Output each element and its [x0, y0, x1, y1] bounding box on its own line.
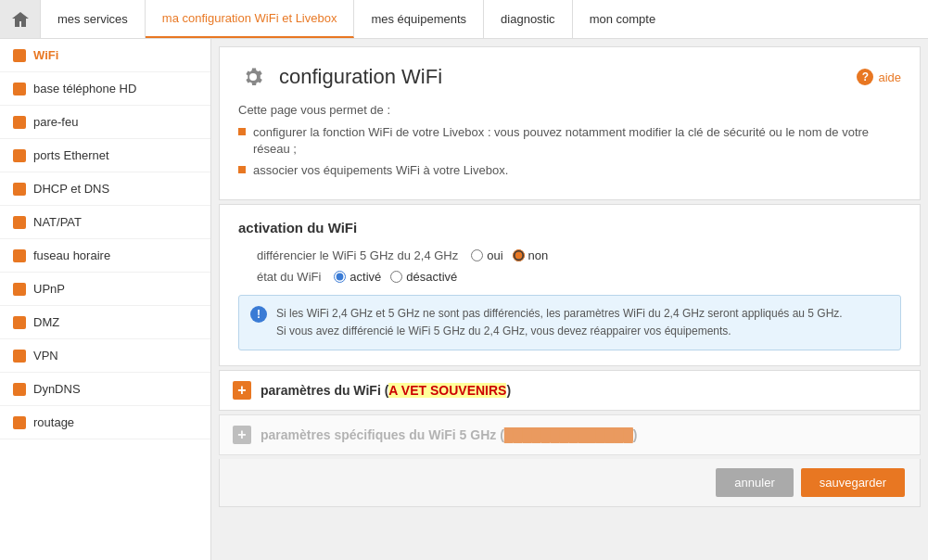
- sidebar-bullet-dyndns: [13, 383, 26, 396]
- main-content: configuration WiFi ? aide Cette page vou…: [211, 39, 928, 560]
- radio-non[interactable]: [513, 249, 525, 261]
- page-title-left: configuration WiFi: [238, 62, 442, 92]
- sidebar-bullet-fuseau: [13, 249, 26, 262]
- params-wifi-highlight: A VET SOUVENIRS: [388, 383, 506, 398]
- sidebar-item-pare-feu[interactable]: pare-feu: [0, 106, 210, 139]
- gear-icon: [238, 62, 268, 92]
- differencer-radio-group: oui non: [471, 248, 548, 262]
- differencer-label: différencier le WiFi 5 GHz du 2,4 GHz: [257, 248, 458, 262]
- sidebar-item-routage[interactable]: routage: [0, 406, 210, 439]
- save-button[interactable]: sauvegarder: [801, 468, 905, 497]
- cancel-button[interactable]: annuler: [716, 468, 793, 497]
- bullet-item-1: configurer la fonction WiFi de votre Liv…: [238, 124, 901, 158]
- radio-oui[interactable]: [471, 249, 483, 261]
- params-5ghz-title: paramètres spécifiques du WiFi 5 GHz (██…: [261, 427, 637, 442]
- home-icon: [10, 9, 31, 30]
- intro-text: Cette page vous permet de :: [238, 103, 901, 117]
- sidebar-item-vpn[interactable]: VPN: [0, 339, 210, 373]
- sidebar-bullet-ports: [13, 149, 26, 162]
- bullet-list: configurer la fonction WiFi de votre Liv…: [238, 124, 901, 180]
- sidebar-bullet-routage: [13, 416, 26, 429]
- sidebar-bullet-base: [13, 83, 26, 95]
- radio-active[interactable]: [334, 271, 346, 283]
- help-label: aide: [878, 70, 901, 84]
- tab-diagnostic[interactable]: diagnostic: [484, 0, 573, 38]
- sidebar-item-dmz[interactable]: DMZ: [0, 306, 210, 339]
- sidebar-bullet-pare-feu: [13, 116, 26, 129]
- layout: WiFi base téléphone HD pare-feu ports Et…: [0, 39, 928, 560]
- sidebar-bullet-wifi: [13, 49, 26, 62]
- sidebar-bullet-dhcp: [13, 183, 26, 196]
- sidebar-item-nat-pat[interactable]: NAT/PAT: [0, 206, 210, 239]
- sidebar-bullet-dmz: [13, 316, 26, 329]
- help-circle-icon: ?: [857, 69, 873, 85]
- page-title-area: configuration WiFi ? aide: [238, 62, 901, 92]
- activation-title: activation du WiFi: [238, 220, 901, 235]
- bottom-bar: annuler sauvegarder: [219, 459, 921, 507]
- sidebar-bullet-nat: [13, 216, 26, 229]
- radio-active-label[interactable]: activé: [334, 270, 381, 284]
- page-title: configuration WiFi: [279, 65, 442, 89]
- info-text: Si les WiFi 2,4 GHz et 5 GHz ne sont pas…: [276, 305, 843, 340]
- sidebar-item-ports-ethernet[interactable]: ports Ethernet: [0, 139, 210, 172]
- sidebar-bullet-upnp: [13, 283, 26, 296]
- sidebar: WiFi base téléphone HD pare-feu ports Et…: [0, 39, 211, 560]
- bullet-text-2: associer vos équipements WiFi à votre Li…: [253, 162, 508, 179]
- sidebar-item-dyndns[interactable]: DynDNS: [0, 373, 210, 406]
- radio-desactive[interactable]: [390, 271, 402, 283]
- orange-square-1: [238, 128, 246, 135]
- radio-oui-label[interactable]: oui: [471, 248, 502, 262]
- params-5ghz-highlight: ██████████████: [504, 427, 633, 442]
- sidebar-item-upnp[interactable]: UPnP: [0, 273, 210, 306]
- etat-label: état du WiFi: [257, 270, 321, 284]
- radio-desactive-label[interactable]: désactivé: [390, 270, 457, 284]
- tab-mes-equipements[interactable]: mes équipements: [354, 0, 484, 38]
- info-icon: !: [250, 306, 267, 323]
- radio-non-label[interactable]: non: [513, 248, 549, 262]
- etat-radio-group: activé désactivé: [334, 270, 457, 284]
- bullet-text-1: configurer la fonction WiFi de votre Liv…: [253, 124, 901, 158]
- tab-ma-configuration[interactable]: ma configuration WiFi et Livebox: [146, 0, 355, 38]
- bullet-item-2: associer vos équipements WiFi à votre Li…: [238, 162, 901, 179]
- tab-mes-services[interactable]: mes services: [41, 0, 146, 38]
- expand-icon-5ghz: +: [233, 426, 251, 444]
- sidebar-item-base-telephone[interactable]: base téléphone HD: [0, 72, 210, 106]
- sidebar-item-dhcp-dns[interactable]: DHCP et DNS: [0, 172, 210, 206]
- params-wifi-title: paramètres du WiFi (A VET SOUVENIRS): [261, 383, 511, 398]
- params-5ghz-section: + paramètres spécifiques du WiFi 5 GHz (…: [219, 414, 921, 455]
- home-button[interactable]: [0, 0, 41, 38]
- info-section: configuration WiFi ? aide Cette page vou…: [219, 46, 921, 200]
- sidebar-bullet-vpn: [13, 350, 26, 363]
- differencer-row: différencier le WiFi 5 GHz du 2,4 GHz ou…: [238, 248, 901, 262]
- info-box: ! Si les WiFi 2,4 GHz et 5 GHz ne sont p…: [238, 295, 901, 350]
- tab-mon-compte[interactable]: mon compte: [573, 0, 673, 38]
- params-5ghz-header[interactable]: + paramètres spécifiques du WiFi 5 GHz (…: [220, 415, 920, 454]
- help-button[interactable]: ? aide: [857, 69, 901, 85]
- activation-section: activation du WiFi différencier le WiFi …: [219, 204, 921, 366]
- orange-square-2: [238, 166, 246, 173]
- etat-row: état du WiFi activé désactivé: [238, 270, 901, 284]
- expand-icon-wifi: +: [233, 381, 251, 400]
- top-nav: mes services ma configuration WiFi et Li…: [0, 0, 928, 39]
- sidebar-item-wifi[interactable]: WiFi: [0, 39, 210, 72]
- sidebar-item-fuseau-horaire[interactable]: fuseau horaire: [0, 239, 210, 273]
- params-wifi-header[interactable]: + paramètres du WiFi (A VET SOUVENIRS): [220, 371, 920, 410]
- params-wifi-section: + paramètres du WiFi (A VET SOUVENIRS): [219, 370, 921, 411]
